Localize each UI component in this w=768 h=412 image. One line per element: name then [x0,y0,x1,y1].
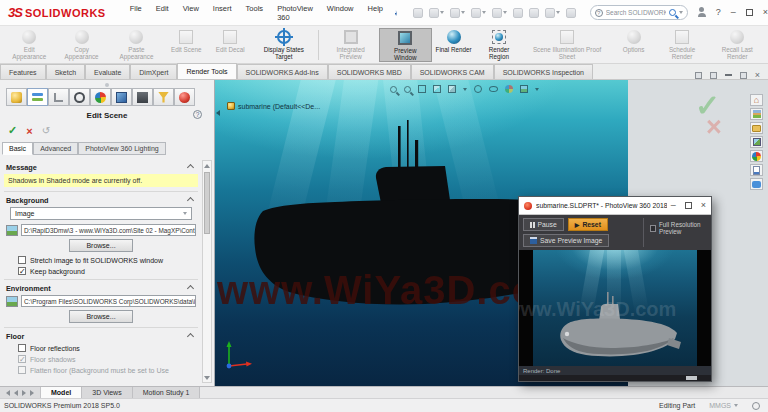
configurationmanager-tab[interactable] [48,88,69,106]
edit-appearance-button[interactable]: Edit Appearance [4,28,54,62]
print-icon[interactable] [450,8,460,18]
app-help-icon[interactable]: ? [716,8,721,17]
search-caret-icon[interactable] [679,11,683,14]
tab-basic[interactable]: Basic [2,142,33,155]
first-tab-icon[interactable] [6,390,10,396]
preview-close-button[interactable]: × [701,201,706,210]
environment-section-header[interactable]: Environment [6,284,196,293]
appearances-scenes-tab[interactable] [750,150,763,162]
display-style-icon[interactable] [474,85,482,93]
search-input[interactable]: Search SOLIDWORKS Help [606,9,666,16]
part-tree-label[interactable]: submarine (Default<<De... [227,102,320,110]
render-region-button[interactable]: Render Region [476,28,523,62]
units-selector[interactable]: MMGS [709,402,738,409]
pv360-manager-tab[interactable] [111,88,132,106]
tab-solidworks-cam[interactable]: SOLIDWORKS CAM [411,64,494,79]
new-document-icon[interactable] [413,8,423,18]
view-palette-tab[interactable] [750,136,763,148]
panel-collapse-arrow-icon[interactable] [216,110,220,116]
select-icon[interactable] [513,8,523,18]
menu-insert[interactable]: Insert [213,4,232,22]
background-section-header[interactable]: Background [6,196,196,205]
cancel-button[interactable]: × [26,125,32,137]
displaymanager-tab[interactable] [90,88,111,106]
apply-scene-icon[interactable] [520,85,528,93]
doc-minimize-button[interactable] [725,74,732,76]
redo-caret-icon[interactable] [503,11,507,14]
keep-background-checkbox[interactable]: ✓ [18,267,26,275]
tab-pv360-lighting[interactable]: PhotoView 360 Lighting [78,142,165,155]
undo-icon[interactable] [471,8,481,18]
print-group[interactable] [450,8,465,18]
doc-next-window-icon[interactable] [710,72,717,79]
save-icon[interactable] [429,8,439,18]
pin-menu-icon[interactable] [395,9,397,17]
options-button[interactable]: Options [612,28,656,62]
view-orientation-icon[interactable] [448,85,456,93]
preview-maximize-button[interactable] [685,202,692,209]
environment-path-field[interactable]: C:\Program Files\SOLIDWORKS Corp\SOLIDWO… [21,295,196,307]
custom-properties-tab[interactable] [750,164,763,176]
tab-3d-views[interactable]: 3D Views [82,387,132,398]
final-render-button[interactable]: Final Render [432,28,476,62]
analysis-tab[interactable] [174,88,195,106]
background-browse-button[interactable]: Browse... [69,239,133,252]
scrollbar-down-icon[interactable] [203,373,211,382]
options-group[interactable] [545,8,560,18]
next-tab-icon[interactable] [22,390,26,396]
environment-browse-button[interactable]: Browse... [69,310,133,323]
background-type-select[interactable]: Image [10,207,192,220]
filter-tab[interactable] [153,88,174,106]
collapse-chevron-icon[interactable] [187,285,194,292]
confirmation-cancel-icon[interactable]: × [706,112,722,143]
propertymanager-tab[interactable] [27,88,48,106]
copy-appearance-button[interactable]: Copy Appearance [54,28,108,62]
menu-tools[interactable]: Tools [246,4,264,22]
close-button[interactable]: × [763,8,768,17]
menu-edit[interactable]: Edit [156,4,169,22]
doc-prev-window-icon[interactable] [695,72,702,79]
status-circle-icon[interactable] [752,402,760,410]
menu-view[interactable]: View [183,4,199,22]
doc-restore-button[interactable] [740,72,747,79]
search-icon[interactable] [669,9,676,16]
panel-scrollbar[interactable] [202,160,212,383]
panel-splitter-handle[interactable] [105,83,109,87]
print-caret-icon[interactable] [461,11,465,14]
undo-caret-icon[interactable] [482,11,486,14]
full-resolution-checkbox[interactable] [650,225,656,232]
save-caret-icon[interactable] [440,11,444,14]
tab-solidworks-inspection[interactable]: SOLIDWORKS Inspection [494,64,593,79]
integrated-preview-button[interactable]: Integrated Preview [322,28,379,62]
scrollbar-up-icon[interactable] [203,161,211,170]
tab-sketch[interactable]: Sketch [46,64,85,79]
redo-group[interactable] [492,8,507,18]
preview-window-button[interactable]: Preview Window [379,28,432,62]
last-tab-icon[interactable] [30,390,34,396]
help-search-box[interactable]: ? Search SOLIDWORKS Help [590,5,688,20]
previous-view-icon[interactable] [418,85,426,93]
scene-caret-icon[interactable] [535,88,539,91]
view-orientation-caret-icon[interactable] [463,88,467,91]
paste-appearance-button[interactable]: Paste Appearance [109,28,165,62]
solidworks-resources-tab[interactable]: ⌂ [750,94,763,106]
options-caret-icon[interactable] [556,11,560,14]
floor-reflections-checkbox[interactable] [18,344,26,352]
tab-model[interactable]: Model [41,387,82,398]
save-preview-image-button[interactable]: Save Preview Image [523,234,609,247]
restore-button[interactable] [746,9,753,16]
doc-close-button[interactable]: × [755,71,760,79]
simulation-tab[interactable] [132,88,153,106]
sheet-icon[interactable] [529,8,539,18]
hide-show-items-icon[interactable] [489,86,498,92]
floor-section-header[interactable]: Floor [6,332,196,341]
forum-tab[interactable] [750,178,763,190]
collapse-chevron-icon[interactable] [187,164,194,171]
back-arrow-icon[interactable] [566,8,576,18]
flatten-floor-checkbox[interactable] [18,366,26,374]
tab-render-tools[interactable]: Render Tools [177,63,236,79]
menu-file[interactable]: File [130,4,142,22]
scrollbar-thumb[interactable] [204,172,210,234]
pause-button[interactable]: Pause [523,218,564,231]
panel-help-icon[interactable]: ? [193,110,202,119]
